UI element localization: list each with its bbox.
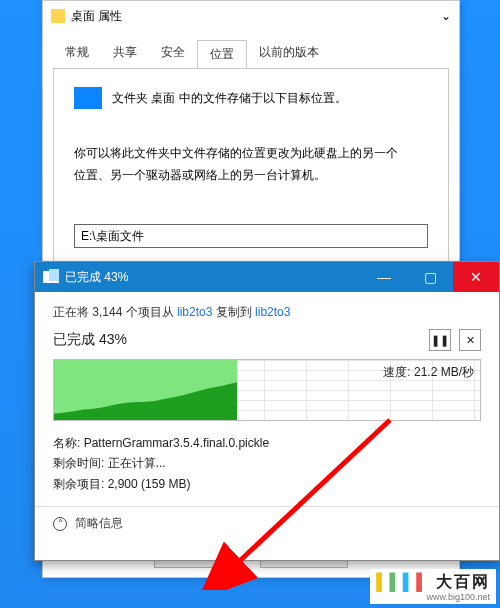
stop-button[interactable]: ✕ (459, 329, 481, 351)
detail-name-value: PatternGrammar3.5.4.final.0.pickle (84, 436, 269, 450)
watermark-url: www.big100.net (376, 592, 490, 602)
folder-info-text: 文件夹 桌面 中的文件存储于以下目标位置。 (112, 90, 347, 107)
brief-info-toggle[interactable]: ˄ 简略信息 (53, 515, 481, 532)
desktop-folder-icon (74, 87, 102, 109)
copy-dest-link[interactable]: lib2to3 (255, 305, 290, 319)
folder-info-row: 文件夹 桌面 中的文件存储于以下目标位置。 (68, 87, 434, 123)
detail-time: 剩余时间: 正在计算... (53, 453, 481, 473)
copy-title-text: 已完成 43% (65, 269, 361, 286)
watermark-brand: ▌▌▌▌ 大百网 (376, 573, 490, 591)
transfer-speed-label: 速度: 21.2 MB/秒 (383, 364, 474, 381)
properties-tabs: 常规 共享 安全 位置 以前的版本 (43, 31, 459, 68)
maximize-button[interactable]: ▢ (407, 262, 453, 292)
transfer-rate-curve (54, 378, 237, 420)
copying-mid: 复制到 (212, 305, 255, 319)
copy-body: 正在将 3,144 个项目从 lib2to3 复制到 lib2to3 已完成 4… (35, 292, 499, 560)
properties-titlebar: 桌面 属性 ⌄ (43, 1, 459, 31)
tab-general[interactable]: 常规 (53, 39, 101, 68)
tab-location[interactable]: 位置 (197, 40, 247, 69)
copy-window-controls: — ▢ ✕ (361, 262, 499, 292)
tab-security[interactable]: 安全 (149, 39, 197, 68)
location-explain: 你可以将此文件夹中文件存储的位置更改为此硬盘上的另一个 位置、另一个驱动器或网络… (68, 123, 434, 186)
minimize-button[interactable]: — (361, 262, 407, 292)
copy-icon (43, 271, 59, 283)
copy-status-text: 已完成 43% (53, 331, 421, 349)
location-explain-line1: 你可以将此文件夹中文件存储的位置更改为此硬盘上的另一个 (74, 143, 428, 165)
properties-help-icon[interactable]: ⌄ (441, 9, 451, 23)
detail-time-label: 剩余时间: (53, 456, 108, 470)
location-path-input[interactable] (74, 224, 428, 248)
detail-left: 剩余项目: 2,900 (159 MB) (53, 474, 481, 494)
detail-left-value: 2,900 (159 MB) (108, 477, 191, 491)
detail-name: 名称: PatternGrammar3.5.4.final.0.pickle (53, 433, 481, 453)
properties-title: 桌面 属性 (71, 8, 441, 25)
tab-previous[interactable]: 以前的版本 (247, 39, 331, 68)
transfer-graph: 速度: 21.2 MB/秒 (53, 359, 481, 421)
watermark: ▌▌▌▌ 大百网 www.big100.net (370, 569, 496, 604)
copy-from-to-line: 正在将 3,144 个项目从 lib2to3 复制到 lib2to3 (53, 304, 481, 321)
copy-source-link[interactable]: lib2to3 (177, 305, 212, 319)
copy-titlebar: 已完成 43% — ▢ ✕ (35, 262, 499, 292)
detail-time-value: 正在计算... (108, 456, 166, 470)
copy-details: 名称: PatternGrammar3.5.4.final.0.pickle 剩… (53, 433, 481, 494)
copy-status-row: 已完成 43% ❚❚ ✕ (53, 329, 481, 351)
watermark-brand-text: 大百网 (436, 573, 490, 590)
pause-button[interactable]: ❚❚ (429, 329, 451, 351)
copy-progress-window: 已完成 43% — ▢ ✕ 正在将 3,144 个项目从 lib2to3 复制到… (34, 261, 500, 561)
location-path-wrap (74, 224, 428, 248)
detail-left-label: 剩余项目: (53, 477, 108, 491)
copying-prefix: 正在将 3,144 个项目从 (53, 305, 177, 319)
separator (35, 506, 499, 507)
close-button[interactable]: ✕ (453, 262, 499, 292)
chevron-up-icon: ˄ (53, 517, 67, 531)
detail-name-label: 名称: (53, 436, 84, 450)
folder-icon (51, 9, 65, 23)
tab-sharing[interactable]: 共享 (101, 39, 149, 68)
brief-info-label: 简略信息 (75, 515, 123, 532)
location-explain-line2: 位置、另一个驱动器或网络上的另一台计算机。 (74, 165, 428, 187)
